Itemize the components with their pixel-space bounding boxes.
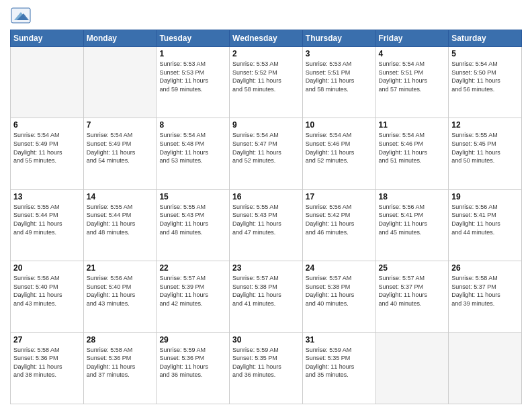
day-number: 28 <box>87 335 154 345</box>
week-row-1: 1Sunrise: 5:53 AM Sunset: 5:53 PM Daylig… <box>11 47 522 118</box>
day-info: Sunrise: 5:54 AM Sunset: 5:47 PM Dayligh… <box>232 131 300 165</box>
week-row-4: 20Sunrise: 5:56 AM Sunset: 5:40 PM Dayli… <box>11 261 522 332</box>
header-row: Sunday Monday Tuesday Wednesday Thursday… <box>11 30 522 47</box>
day-cell: 20Sunrise: 5:56 AM Sunset: 5:40 PM Dayli… <box>11 261 84 332</box>
day-cell: 16Sunrise: 5:55 AM Sunset: 5:43 PM Dayli… <box>230 189 303 261</box>
day-cell: 30Sunrise: 5:59 AM Sunset: 5:35 PM Dayli… <box>230 332 303 404</box>
day-cell: 31Sunrise: 5:59 AM Sunset: 5:35 PM Dayli… <box>302 332 375 404</box>
logo-icon <box>10 7 32 26</box>
day-info: Sunrise: 5:59 AM Sunset: 5:36 PM Dayligh… <box>159 346 226 379</box>
th-sunday: Sunday <box>11 30 84 47</box>
header <box>10 7 522 26</box>
th-wednesday: Wednesday <box>230 30 303 47</box>
day-number: 17 <box>306 192 373 201</box>
day-info: Sunrise: 5:55 AM Sunset: 5:45 PM Dayligh… <box>451 131 519 165</box>
day-number: 4 <box>379 49 446 58</box>
day-number: 12 <box>451 120 519 130</box>
day-number: 20 <box>13 263 81 273</box>
week-row-5: 27Sunrise: 5:58 AM Sunset: 5:36 PM Dayli… <box>11 332 522 404</box>
day-cell: 4Sunrise: 5:54 AM Sunset: 5:51 PM Daylig… <box>375 47 449 118</box>
day-info: Sunrise: 5:58 AM Sunset: 5:37 PM Dayligh… <box>451 274 519 308</box>
day-cell: 29Sunrise: 5:59 AM Sunset: 5:36 PM Dayli… <box>157 332 230 404</box>
day-cell: 28Sunrise: 5:58 AM Sunset: 5:36 PM Dayli… <box>83 332 157 404</box>
day-info: Sunrise: 5:53 AM Sunset: 5:53 PM Dayligh… <box>159 60 226 93</box>
day-cell: 19Sunrise: 5:56 AM Sunset: 5:41 PM Dayli… <box>449 189 522 261</box>
day-cell: 10Sunrise: 5:54 AM Sunset: 5:46 PM Dayli… <box>302 118 375 189</box>
day-info: Sunrise: 5:56 AM Sunset: 5:40 PM Dayligh… <box>87 274 154 308</box>
day-cell <box>449 332 522 404</box>
calendar-table: Sunday Monday Tuesday Wednesday Thursday… <box>10 30 522 404</box>
day-info: Sunrise: 5:59 AM Sunset: 5:35 PM Dayligh… <box>232 346 300 379</box>
day-number: 5 <box>451 49 519 58</box>
day-cell: 25Sunrise: 5:57 AM Sunset: 5:37 PM Dayli… <box>375 261 449 332</box>
day-number: 7 <box>87 120 154 130</box>
th-saturday: Saturday <box>449 30 522 47</box>
day-number: 2 <box>232 49 300 58</box>
day-cell: 8Sunrise: 5:54 AM Sunset: 5:48 PM Daylig… <box>157 118 230 189</box>
day-cell: 18Sunrise: 5:56 AM Sunset: 5:41 PM Dayli… <box>375 189 449 261</box>
day-number: 8 <box>159 120 226 130</box>
day-number: 14 <box>87 192 154 201</box>
day-number: 10 <box>306 120 373 130</box>
day-number: 16 <box>232 192 300 201</box>
day-number: 21 <box>87 263 154 273</box>
day-number: 25 <box>379 263 446 273</box>
day-number: 6 <box>13 120 81 130</box>
day-cell: 17Sunrise: 5:56 AM Sunset: 5:42 PM Dayli… <box>302 189 375 261</box>
day-cell <box>375 332 449 404</box>
day-info: Sunrise: 5:54 AM Sunset: 5:49 PM Dayligh… <box>13 131 81 165</box>
th-thursday: Thursday <box>302 30 375 47</box>
day-cell: 14Sunrise: 5:55 AM Sunset: 5:44 PM Dayli… <box>83 189 157 261</box>
day-cell: 3Sunrise: 5:53 AM Sunset: 5:51 PM Daylig… <box>302 47 375 118</box>
day-number: 1 <box>159 49 226 58</box>
day-number: 3 <box>306 49 373 58</box>
day-info: Sunrise: 5:57 AM Sunset: 5:37 PM Dayligh… <box>379 274 446 308</box>
day-info: Sunrise: 5:59 AM Sunset: 5:35 PM Dayligh… <box>306 346 373 379</box>
day-info: Sunrise: 5:58 AM Sunset: 5:36 PM Dayligh… <box>13 346 81 379</box>
day-cell: 23Sunrise: 5:57 AM Sunset: 5:38 PM Dayli… <box>230 261 303 332</box>
day-cell: 9Sunrise: 5:54 AM Sunset: 5:47 PM Daylig… <box>230 118 303 189</box>
day-cell: 5Sunrise: 5:54 AM Sunset: 5:50 PM Daylig… <box>449 47 522 118</box>
day-info: Sunrise: 5:53 AM Sunset: 5:51 PM Dayligh… <box>306 60 373 93</box>
day-cell: 11Sunrise: 5:54 AM Sunset: 5:46 PM Dayli… <box>375 118 449 189</box>
page: Sunday Monday Tuesday Wednesday Thursday… <box>0 0 532 411</box>
th-tuesday: Tuesday <box>157 30 230 47</box>
day-number: 19 <box>451 192 519 201</box>
day-number: 29 <box>159 335 226 345</box>
th-monday: Monday <box>83 30 157 47</box>
day-info: Sunrise: 5:56 AM Sunset: 5:41 PM Dayligh… <box>451 203 519 236</box>
day-number: 30 <box>232 335 300 345</box>
day-info: Sunrise: 5:55 AM Sunset: 5:44 PM Dayligh… <box>13 203 81 236</box>
day-info: Sunrise: 5:57 AM Sunset: 5:38 PM Dayligh… <box>232 274 300 308</box>
day-info: Sunrise: 5:56 AM Sunset: 5:41 PM Dayligh… <box>379 203 446 236</box>
day-info: Sunrise: 5:56 AM Sunset: 5:40 PM Dayligh… <box>13 274 81 308</box>
day-info: Sunrise: 5:54 AM Sunset: 5:50 PM Dayligh… <box>451 60 519 93</box>
day-cell: 13Sunrise: 5:55 AM Sunset: 5:44 PM Dayli… <box>11 189 84 261</box>
th-friday: Friday <box>375 30 449 47</box>
day-number: 24 <box>306 263 373 273</box>
day-cell: 1Sunrise: 5:53 AM Sunset: 5:53 PM Daylig… <box>157 47 230 118</box>
day-cell: 2Sunrise: 5:53 AM Sunset: 5:52 PM Daylig… <box>230 47 303 118</box>
day-info: Sunrise: 5:54 AM Sunset: 5:51 PM Dayligh… <box>379 60 446 93</box>
day-cell: 7Sunrise: 5:54 AM Sunset: 5:49 PM Daylig… <box>83 118 157 189</box>
day-info: Sunrise: 5:58 AM Sunset: 5:36 PM Dayligh… <box>87 346 154 379</box>
week-row-3: 13Sunrise: 5:55 AM Sunset: 5:44 PM Dayli… <box>11 189 522 261</box>
day-info: Sunrise: 5:55 AM Sunset: 5:43 PM Dayligh… <box>159 203 226 236</box>
day-number: 23 <box>232 263 300 273</box>
day-info: Sunrise: 5:54 AM Sunset: 5:49 PM Dayligh… <box>87 131 154 165</box>
day-cell: 22Sunrise: 5:57 AM Sunset: 5:39 PM Dayli… <box>157 261 230 332</box>
day-number: 26 <box>451 263 519 273</box>
day-cell <box>83 47 157 118</box>
day-cell: 21Sunrise: 5:56 AM Sunset: 5:40 PM Dayli… <box>83 261 157 332</box>
day-cell <box>11 47 84 118</box>
day-number: 31 <box>306 335 373 345</box>
day-info: Sunrise: 5:57 AM Sunset: 5:39 PM Dayligh… <box>159 274 226 308</box>
day-info: Sunrise: 5:54 AM Sunset: 5:46 PM Dayligh… <box>306 131 373 165</box>
day-number: 18 <box>379 192 446 201</box>
day-info: Sunrise: 5:55 AM Sunset: 5:44 PM Dayligh… <box>87 203 154 236</box>
week-row-2: 6Sunrise: 5:54 AM Sunset: 5:49 PM Daylig… <box>11 118 522 189</box>
day-number: 11 <box>379 120 446 130</box>
day-number: 27 <box>13 335 81 345</box>
day-info: Sunrise: 5:57 AM Sunset: 5:38 PM Dayligh… <box>306 274 373 308</box>
day-number: 22 <box>159 263 226 273</box>
